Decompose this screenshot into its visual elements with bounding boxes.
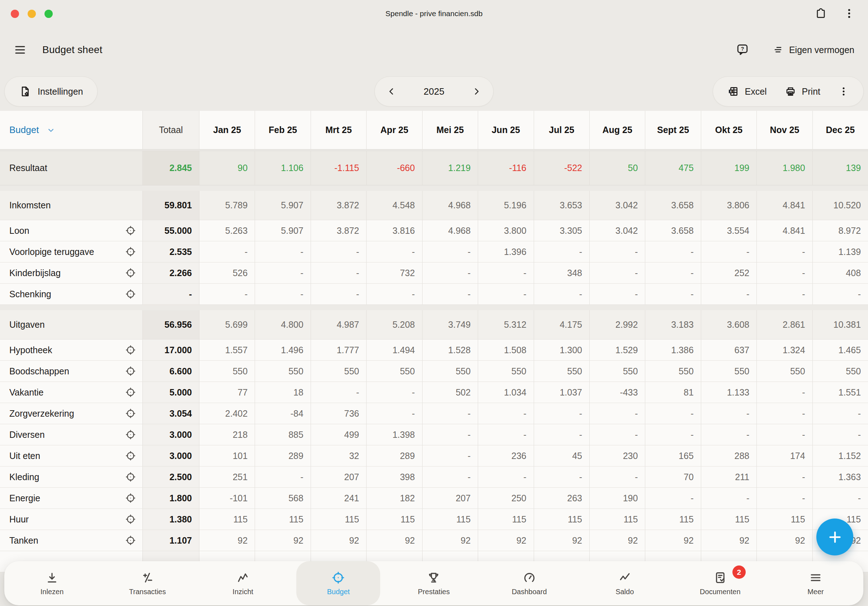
value-cell[interactable]: 241	[311, 488, 367, 508]
value-cell[interactable]: -101	[200, 488, 255, 508]
value-cell[interactable]: 18	[255, 382, 311, 403]
total-cell[interactable]: 55.000	[143, 220, 200, 241]
value-cell[interactable]: 115	[478, 509, 534, 530]
value-cell[interactable]: 92	[255, 530, 311, 551]
value-cell[interactable]: 3.305	[534, 220, 590, 241]
value-cell[interactable]: 550	[701, 361, 757, 381]
value-cell[interactable]: 182	[367, 488, 422, 508]
row-label-cell[interactable]: Huur	[0, 509, 143, 530]
target-icon[interactable]	[125, 289, 136, 299]
minimize-button[interactable]	[28, 10, 36, 18]
value-cell[interactable]: -	[534, 284, 590, 304]
menu-button[interactable]	[14, 43, 26, 56]
value-cell[interactable]: 526	[200, 262, 255, 283]
close-button[interactable]	[11, 10, 19, 18]
value-cell[interactable]: -	[757, 241, 812, 262]
row-label-cell[interactable]: Tanken	[0, 530, 143, 551]
value-cell[interactable]: 2.402	[200, 403, 255, 424]
value-cell[interactable]: 502	[423, 382, 478, 403]
value-cell[interactable]: 1.496	[255, 339, 311, 360]
total-cell[interactable]: 1.380	[143, 509, 200, 530]
value-cell[interactable]: -	[534, 424, 590, 445]
value-cell[interactable]: -	[645, 284, 701, 304]
value-cell[interactable]: -	[534, 403, 590, 424]
value-cell[interactable]: -	[534, 467, 590, 487]
row-label-cell[interactable]: Kleding	[0, 467, 143, 487]
value-cell[interactable]: 885	[255, 424, 311, 445]
target-icon[interactable]	[125, 246, 136, 257]
total-cell[interactable]: 1.107	[143, 530, 200, 551]
total-cell[interactable]: 3.000	[143, 445, 200, 466]
nav-item-inzicht[interactable]: Inzicht	[195, 561, 290, 605]
row-label-cell[interactable]: Loon	[0, 220, 143, 241]
more-options-button[interactable]	[838, 86, 849, 97]
value-cell[interactable]: 4.841	[757, 220, 812, 241]
value-cell[interactable]: 1.139	[813, 241, 868, 262]
value-cell[interactable]: 289	[255, 445, 311, 466]
value-cell[interactable]: 637	[701, 339, 757, 360]
value-cell[interactable]: -	[367, 382, 422, 403]
nav-item-meer[interactable]: Meer	[768, 561, 863, 605]
value-cell[interactable]: 550	[311, 361, 367, 381]
value-cell[interactable]: 550	[813, 361, 868, 381]
value-cell[interactable]: 1.777	[311, 339, 367, 360]
value-cell[interactable]: 3.872	[311, 220, 367, 241]
value-cell[interactable]: 3.554	[701, 220, 757, 241]
value-cell[interactable]: 3.816	[367, 220, 422, 241]
total-cell[interactable]: 3.000	[143, 424, 200, 445]
total-cell[interactable]: 2.266	[143, 262, 200, 283]
value-cell[interactable]: -	[423, 445, 478, 466]
row-label-cell[interactable]: Zorgverzekering	[0, 403, 143, 424]
value-cell[interactable]: -	[367, 284, 422, 304]
value-cell[interactable]: -	[423, 467, 478, 487]
value-cell[interactable]: -	[757, 284, 812, 304]
value-cell[interactable]: 45	[534, 445, 590, 466]
total-cell[interactable]: 3.054	[143, 403, 200, 424]
value-cell[interactable]: 77	[200, 382, 255, 403]
value-cell[interactable]: 1.386	[645, 339, 701, 360]
value-cell[interactable]: 92	[423, 530, 478, 551]
next-year-button[interactable]	[471, 86, 482, 97]
value-cell[interactable]: -	[701, 403, 757, 424]
value-cell[interactable]: 550	[200, 361, 255, 381]
total-cell[interactable]: -	[143, 284, 200, 304]
target-icon[interactable]	[125, 535, 136, 546]
value-cell[interactable]: -	[311, 241, 367, 262]
value-cell[interactable]: -	[423, 424, 478, 445]
value-cell[interactable]: -	[701, 424, 757, 445]
value-cell[interactable]: 1.034	[478, 382, 534, 403]
total-cell[interactable]: 17.000	[143, 339, 200, 360]
row-label-cell[interactable]: Kinderbijslag	[0, 262, 143, 283]
value-cell[interactable]: -	[701, 488, 757, 508]
row-label-cell[interactable]: Boodschappen	[0, 361, 143, 381]
value-cell[interactable]: -	[645, 241, 701, 262]
nav-item-documenten[interactable]: Documenten2	[673, 561, 768, 605]
value-cell[interactable]: -	[701, 241, 757, 262]
total-cell[interactable]: 1.800	[143, 488, 200, 508]
value-cell[interactable]: -84	[255, 403, 311, 424]
nav-item-dashboard[interactable]: Dashboard	[482, 561, 577, 605]
value-cell[interactable]: 348	[534, 262, 590, 283]
value-cell[interactable]: 190	[590, 488, 645, 508]
value-cell[interactable]: -	[423, 284, 478, 304]
value-cell[interactable]: 115	[590, 509, 645, 530]
value-cell[interactable]: 550	[757, 361, 812, 381]
value-cell[interactable]: 165	[645, 445, 701, 466]
value-cell[interactable]: -433	[590, 382, 645, 403]
extensions-icon[interactable]	[815, 8, 827, 19]
value-cell[interactable]: -	[757, 488, 812, 508]
value-cell[interactable]: 207	[423, 488, 478, 508]
target-icon[interactable]	[125, 471, 136, 482]
value-cell[interactable]: 1.494	[367, 339, 422, 360]
value-cell[interactable]: 115	[200, 509, 255, 530]
value-cell[interactable]: 218	[200, 424, 255, 445]
value-cell[interactable]: 115	[367, 509, 422, 530]
value-cell[interactable]: -	[645, 262, 701, 283]
value-cell[interactable]: 568	[255, 488, 311, 508]
value-cell[interactable]: -	[813, 424, 868, 445]
value-cell[interactable]: 408	[813, 262, 868, 283]
value-cell[interactable]: 550	[367, 361, 422, 381]
value-cell[interactable]: 1.528	[423, 339, 478, 360]
value-cell[interactable]: 92	[590, 530, 645, 551]
value-cell[interactable]: -	[813, 284, 868, 304]
